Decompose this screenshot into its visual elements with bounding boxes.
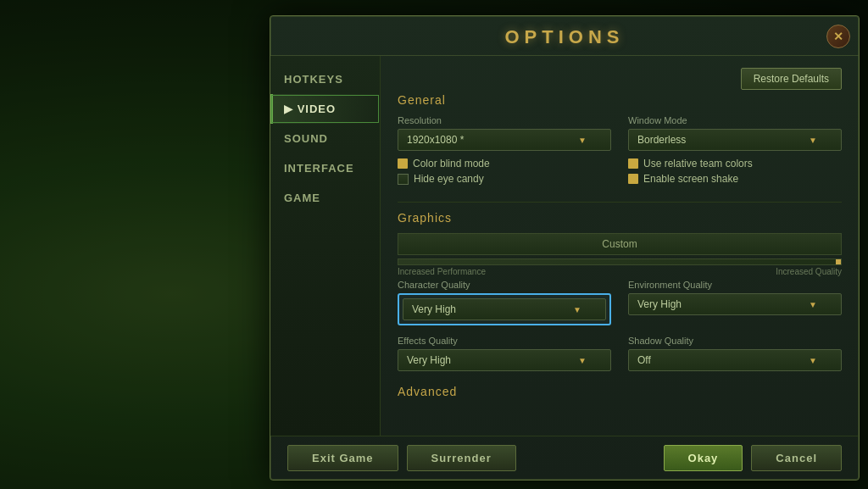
shadow-quality-label: Shadow Quality	[628, 336, 842, 346]
character-quality-label: Character Quality	[398, 280, 611, 290]
enable-screen-shake-row[interactable]: Enable screen shake	[628, 173, 842, 185]
resolution-windowmode-row: Resolution 1920x1080 * ▼ Window Mode Bor…	[398, 115, 842, 151]
environment-quality-item: Environment Quality Very High ▼	[628, 280, 842, 325]
shadow-quality-arrow: ▼	[809, 356, 817, 365]
advanced-section: Advanced	[398, 385, 842, 398]
performance-label: Increased Performance	[398, 267, 486, 276]
general-section-header: General	[398, 93, 842, 107]
dialog-title: OPTIONS	[504, 26, 624, 47]
quality-label: Increased Quality	[776, 267, 842, 276]
surrender-button[interactable]: Surrender	[407, 445, 516, 471]
environment-quality-arrow: ▼	[809, 300, 817, 309]
okay-button[interactable]: Okay	[664, 445, 743, 471]
color-blind-mode-row[interactable]: Color blind mode	[398, 158, 611, 169]
dialog-header: OPTIONS ✕	[270, 16, 859, 56]
environment-quality-label: Environment Quality	[628, 280, 842, 290]
sidebar-item-hotkeys[interactable]: HOTKEYS	[270, 64, 380, 94]
right-checkboxes: Use relative team colors Enable screen s…	[628, 158, 842, 188]
enable-screen-shake-icon	[628, 174, 638, 184]
quality-slider-container: Increased Performance Increased Quality	[398, 258, 842, 276]
quality-slider-track[interactable]	[398, 258, 842, 265]
environment-quality-dropdown[interactable]: Very High ▼	[628, 293, 842, 315]
graphics-section: Graphics Custom Increased Performance In…	[398, 211, 842, 371]
window-mode-value: Borderless	[637, 134, 686, 146]
character-quality-dropdown[interactable]: Very High ▼	[403, 298, 606, 320]
shadow-quality-value: Off	[637, 354, 651, 366]
dialog-footer: Exit Game Surrender Okay Cancel	[270, 436, 859, 480]
resolution-value: 1920x1080 *	[407, 134, 464, 146]
color-blind-mode-label: Color blind mode	[413, 158, 490, 169]
effects-quality-value: Very High	[407, 354, 451, 366]
window-mode-label: Window Mode	[628, 115, 842, 125]
main-content: Restore Defaults General Resolution 1920…	[381, 56, 859, 436]
graphics-preset: Custom	[398, 233, 842, 255]
resolution-label: Resolution	[398, 115, 611, 125]
effects-quality-dropdown[interactable]: Very High ▼	[398, 349, 611, 371]
hide-eye-candy-label: Hide eye candy	[414, 173, 484, 185]
options-dialog: OPTIONS ✕ HOTKEYS ▶ VIDEO SOUND INTERFAC…	[270, 15, 860, 481]
use-relative-team-colors-icon	[628, 158, 638, 169]
character-quality-item: Character Quality Very High ▼	[398, 280, 611, 325]
effects-quality-item: Effects Quality Very High ▼	[398, 336, 611, 371]
graphics-section-header: Graphics	[398, 211, 842, 225]
quality-labels: Increased Performance Increased Quality	[398, 267, 842, 276]
footer-right: Okay Cancel	[664, 445, 842, 471]
window-mode-col: Window Mode Borderless ▼	[628, 115, 842, 151]
dialog-body: HOTKEYS ▶ VIDEO SOUND INTERFACE GAME Res…	[270, 56, 859, 436]
color-blind-mode-icon	[398, 158, 408, 169]
exit-game-button[interactable]: Exit Game	[287, 445, 398, 471]
footer-left: Exit Game Surrender	[287, 445, 516, 471]
shadow-quality-item: Shadow Quality Off ▼	[628, 336, 842, 371]
advanced-section-header: Advanced	[398, 385, 842, 398]
quality-grid: Character Quality Very High ▼ Environmen…	[398, 280, 842, 371]
character-quality-highlight: Very High ▼	[398, 293, 611, 325]
resolution-dropdown[interactable]: 1920x1080 * ▼	[398, 129, 611, 151]
cancel-button[interactable]: Cancel	[751, 445, 842, 471]
sidebar-item-game[interactable]: GAME	[270, 183, 380, 213]
quality-slider-fill	[836, 259, 841, 264]
character-quality-value: Very High	[412, 303, 456, 315]
use-relative-team-colors-row[interactable]: Use relative team colors	[628, 158, 842, 169]
sidebar-item-interface[interactable]: INTERFACE	[270, 153, 380, 183]
window-mode-dropdown[interactable]: Borderless ▼	[628, 129, 842, 151]
sidebar: HOTKEYS ▶ VIDEO SOUND INTERFACE GAME	[270, 56, 381, 436]
use-relative-team-colors-label: Use relative team colors	[643, 158, 753, 169]
left-checkboxes: Color blind mode Hide eye candy	[398, 158, 611, 188]
character-quality-arrow: ▼	[573, 305, 581, 314]
resolution-col: Resolution 1920x1080 * ▼	[398, 115, 611, 151]
shadow-quality-dropdown[interactable]: Off ▼	[628, 349, 842, 371]
effects-quality-arrow: ▼	[578, 356, 587, 365]
enable-screen-shake-label: Enable screen shake	[643, 173, 738, 185]
window-mode-arrow: ▼	[809, 136, 817, 145]
general-section: General Resolution 1920x1080 * ▼ Window …	[398, 93, 842, 188]
restore-defaults-button[interactable]: Restore Defaults	[741, 68, 842, 90]
environment-quality-value: Very High	[637, 298, 682, 310]
sidebar-item-video[interactable]: ▶ VIDEO	[270, 94, 380, 124]
effects-quality-label: Effects Quality	[398, 336, 611, 346]
section-divider-1	[398, 202, 842, 203]
close-button[interactable]: ✕	[826, 25, 850, 48]
hide-eye-candy-row[interactable]: Hide eye candy	[398, 173, 611, 185]
sidebar-item-sound[interactable]: SOUND	[270, 124, 380, 153]
resolution-arrow: ▼	[578, 136, 587, 145]
hide-eye-candy-checkbox[interactable]	[398, 174, 409, 185]
checkboxes-row: Color blind mode Hide eye candy Use rela…	[398, 158, 842, 188]
